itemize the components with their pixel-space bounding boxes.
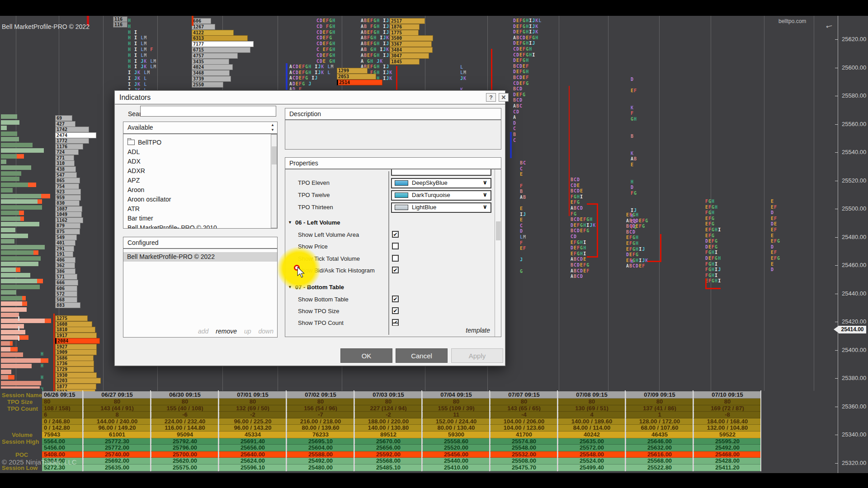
ok-button[interactable]: OK (340, 348, 392, 363)
table-cell: 25499.40 (557, 465, 625, 471)
close-icon[interactable]: ✕ (499, 93, 509, 102)
axis-label: 25600.00 (842, 64, 866, 71)
checkbox[interactable] (392, 255, 399, 262)
add-link[interactable]: add (198, 328, 208, 335)
volume-histogram-bar (1, 234, 28, 238)
volume-box: 438 (55, 166, 76, 172)
checkbox[interactable]: ✔ (392, 267, 399, 273)
volume-box: 2474 (55, 132, 96, 138)
table-cell: 140.00 / 130.80 (354, 425, 422, 432)
checkbox[interactable]: ✔ (392, 307, 399, 314)
table-cell: 25656.00 (218, 445, 286, 451)
axis-small-label: 116 (113, 22, 127, 28)
tpo-letter-row: ABCD (571, 274, 583, 279)
table-row: 108 / 158)143 (44 / 91)155 (40 / 108)132… (15, 405, 761, 412)
template-link[interactable]: template (466, 327, 490, 334)
table-cell: 80 (354, 399, 422, 405)
tpo-letter-row: ABEFGH IJK (361, 30, 392, 35)
table-cell: 80 (625, 399, 693, 405)
tpo-letter-row: ABEFGH IJ (361, 41, 389, 46)
available-item[interactable]: ADL (123, 147, 278, 157)
volume-box: 724 (55, 149, 79, 155)
up-link[interactable]: up (244, 328, 251, 335)
table-cell: 152.00 / 224.40 (422, 418, 490, 425)
tpo-letter-row: FGH (705, 210, 715, 215)
table-cell: 76233 (286, 432, 354, 438)
cancel-button[interactable]: Cancel (396, 348, 448, 363)
volume-box: 4024 (192, 64, 233, 70)
table-cell: 46435 (625, 432, 693, 438)
table-cell: 80.00 / 139.60 (286, 425, 354, 432)
checkbox[interactable] (392, 243, 399, 249)
section-collapse-icon[interactable]: ▼ (288, 220, 292, 225)
ninjatrader-watermark: © 2025 NinjaTrader, LLC (2, 458, 77, 466)
available-item[interactable]: Aroon (123, 185, 278, 195)
tpo-letter-row: CDEFGH (316, 30, 335, 35)
table-cell: 156 (54 / 96) (286, 405, 354, 412)
table-cell: 61001 (83, 432, 151, 438)
remove-link[interactable]: remove (216, 328, 237, 335)
volume-box: 427 (55, 121, 75, 127)
tpo-letter-row: ACDEFG IJ (289, 75, 318, 80)
volume-box: 1049 (55, 211, 82, 217)
available-item[interactable]: ATR (123, 204, 278, 214)
volume-box: 875 (55, 229, 80, 235)
table-cell: 25796.00 (151, 445, 218, 451)
configured-item[interactable]: Bell MarketProfile-PRO © 2022 (123, 252, 278, 262)
color-dropdown[interactable]: DeepSkyBlue∨ (391, 178, 491, 188)
axis-label: 25360.00 (842, 403, 866, 410)
volume-box: 291 (55, 246, 74, 252)
table-cell: 25468.00 (693, 451, 761, 458)
table-cell: 25595.20 (693, 438, 761, 445)
dialog-title: Indicators (119, 94, 151, 102)
volume-histogram-bar (1, 324, 24, 328)
tpo-letter-row: J (520, 257, 523, 262)
tpo-letter-row: EFGHI (571, 251, 586, 256)
available-item[interactable]: ADX (123, 157, 278, 166)
available-item[interactable]: Bell MarketProfile- PRO © 2010 (123, 223, 278, 229)
tpo-letter-row: H (41, 363, 44, 368)
available-item[interactable]: Aroon oscillator (123, 195, 278, 204)
axis-tick (835, 96, 838, 96)
current-price-marker: 25414.00 (839, 326, 866, 333)
column-separator (421, 390, 422, 471)
properties-scrollbar[interactable] (495, 169, 501, 337)
color-dropdown[interactable]: DarkTurquoise∨ (391, 190, 491, 201)
down-link[interactable]: down (259, 328, 274, 335)
volume-box: 1686 (55, 355, 94, 361)
volume-histogram-bar (1, 358, 41, 363)
axis-tick (835, 265, 838, 266)
chevron-down-icon: ∨ (482, 203, 487, 210)
available-item[interactable]: BellTPO (123, 138, 278, 147)
volume-box: 572 (55, 291, 77, 297)
checkbox-partial[interactable] (392, 323, 399, 325)
scroll-up-icon[interactable]: ▲ (271, 123, 274, 127)
checkbox[interactable]: ✔ (392, 296, 399, 302)
table-cell: 80 (693, 399, 761, 405)
available-item[interactable]: Bar timer (123, 214, 278, 223)
column-separator (218, 390, 219, 471)
volume-histogram-bar (1, 341, 10, 346)
histogram-accent (10, 341, 13, 346)
help-icon[interactable]: ? (486, 93, 496, 102)
table-cell: 116.00 / 144.80 (151, 425, 218, 432)
dialog-title-bar[interactable]: Indicators ? ✕ (115, 91, 505, 104)
tpo-letter-row: DEFGHIJKL (513, 18, 542, 23)
available-scrollbar[interactable] (271, 134, 277, 228)
table-cell: -8 (693, 412, 761, 418)
combobox-partial[interactable] (391, 169, 491, 176)
apply-button[interactable]: Apply (451, 348, 503, 363)
column-separator (82, 390, 83, 471)
table-header-cell: 07/10 09:15 (693, 391, 761, 399)
tpo-letter-row: EFG (705, 233, 715, 238)
checkbox[interactable]: ✔ (392, 231, 399, 238)
table-cell: 80 (557, 399, 625, 405)
color-dropdown[interactable]: LightBlue∨ (391, 202, 491, 213)
tpo-letter-row: G (520, 269, 523, 274)
available-item[interactable]: APZ (123, 176, 278, 185)
search-input[interactable] (140, 106, 276, 117)
available-item[interactable]: ADXR (123, 166, 278, 176)
histogram-accent (10, 347, 18, 352)
volume-box: 7177 (192, 41, 254, 47)
scroll-down-icon[interactable]: ▼ (271, 128, 274, 132)
